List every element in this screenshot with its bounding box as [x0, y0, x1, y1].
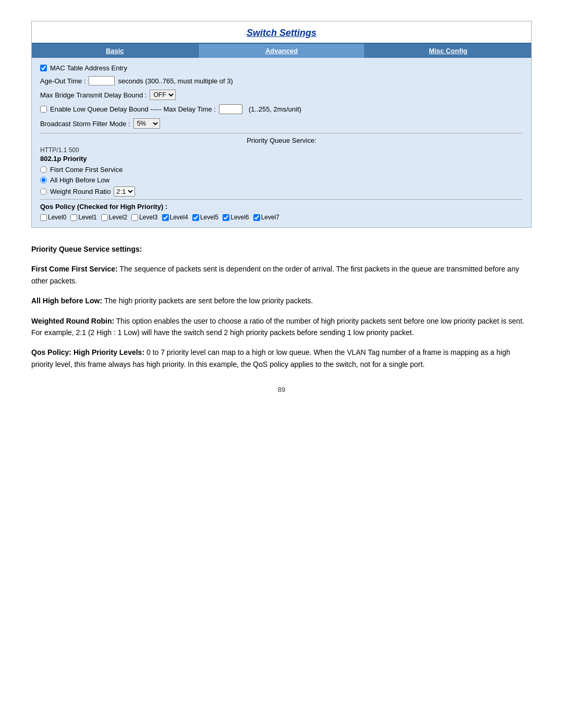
mac-table-label: MAC Table Address Entry — [50, 64, 127, 72]
age-out-row: Age-Out Time : 300 seconds (300..765, mu… — [40, 76, 523, 85]
age-out-label: Age-Out Time : — [40, 77, 85, 85]
level6-checkbox[interactable] — [223, 214, 229, 221]
level7-label: Level7 — [261, 214, 279, 221]
radio-wrr[interactable] — [40, 188, 47, 195]
divider-1 — [40, 133, 523, 133]
max-bridge-select[interactable]: OFF ON — [150, 90, 176, 100]
radio-wrr-label: Weight Round Ratio — [50, 188, 111, 195]
level2-item: Level2 — [101, 214, 127, 221]
panel-title-area: Switch Settings — [32, 21, 531, 44]
level0-label: Level0 — [48, 214, 66, 221]
desc-bold-0: First Come First Service: — [31, 265, 118, 273]
desc-para-0: First Come First Service: The sequence o… — [31, 263, 532, 287]
tab-bar: Basic Advanced Misc Config — [32, 44, 531, 58]
level3-label: Level3 — [139, 214, 157, 221]
age-out-suffix: seconds (300..765, must multiple of 3) — [118, 77, 232, 85]
desc-main-heading: Priority Queue Service settings: — [31, 245, 142, 253]
age-out-input[interactable]: 300 — [89, 76, 115, 85]
desc-bold-2: Weighted Round Robin: — [31, 317, 114, 325]
desc-para-1: All High before Low: The high priority p… — [31, 295, 532, 306]
level7-checkbox[interactable] — [253, 214, 260, 221]
radio-ahbl-row: All High Before Low — [40, 176, 523, 184]
tab-basic[interactable]: Basic — [32, 44, 199, 58]
qos-policy-row: Qos Policy (Checked for High Priority) : — [40, 199, 523, 211]
low-queue-label: Enable Low Queue Delay Bound ----- Max D… — [50, 105, 216, 113]
level0-checkbox[interactable] — [40, 214, 47, 221]
level1-label: Level1 — [78, 214, 96, 221]
desc-para-2: Weighted Round Robin: This option enable… — [31, 315, 532, 339]
radio-wrr-row: Weight Round Ratio 2:1 4:1 8:1 — [40, 187, 523, 196]
panel-title: Switch Settings — [247, 28, 316, 38]
radio-fcfs-label: Fisrt Come First Service — [50, 166, 123, 174]
qos-policy-label: Qos Policy (Checked for High Priority) : — [40, 203, 167, 211]
desc-text-1: The high priority packets are sent befor… — [102, 297, 313, 305]
level5-label: Level5 — [200, 214, 218, 221]
wrr-select[interactable]: 2:1 4:1 8:1 — [114, 187, 135, 196]
switch-settings-panel: Switch Settings Basic Advanced Misc Conf… — [31, 21, 532, 228]
broadcast-storm-select[interactable]: 5% 10% 15% OFF — [133, 118, 160, 129]
level6-label: Level6 — [230, 214, 249, 221]
low-queue-suffix: (1..255, 2ms/unit) — [249, 105, 301, 113]
low-queue-checkbox[interactable] — [40, 106, 47, 113]
level0-item: Level0 — [40, 214, 66, 221]
level4-label: Level4 — [170, 214, 188, 221]
radio-ahbl[interactable] — [40, 177, 47, 183]
page-number: 89 — [31, 386, 532, 393]
level6-item: Level6 — [223, 214, 249, 221]
priority-queue-label: Priority Queue Service: — [40, 137, 523, 144]
http-line: HTTP/1.1 500 — [40, 146, 523, 154]
radio-ahbl-label: All High Before Low — [50, 176, 109, 184]
level4-item: Level4 — [162, 214, 188, 221]
max-bridge-row: Max Bridge Transmit Delay Bound : OFF ON — [40, 90, 523, 100]
level5-checkbox[interactable] — [192, 214, 199, 221]
description-area: Priority Queue Service settings: First C… — [31, 243, 532, 370]
level4-checkbox[interactable] — [162, 214, 169, 221]
broadcast-storm-row: Broadcast Storm Filter Mode : 5% 10% 15%… — [40, 118, 523, 129]
low-queue-input[interactable]: 255 — [219, 104, 242, 114]
priority-title: 802.1p Priority — [40, 155, 523, 163]
tab-misc-config[interactable]: Misc Config — [365, 44, 531, 58]
mac-table-row: MAC Table Address Entry — [40, 64, 523, 72]
level1-checkbox[interactable] — [70, 214, 77, 221]
page-container: Switch Settings Basic Advanced Misc Conf… — [31, 21, 532, 393]
level3-item: Level3 — [131, 214, 157, 221]
level2-checkbox[interactable] — [101, 214, 108, 221]
radio-fcfs[interactable] — [40, 166, 47, 173]
level2-label: Level2 — [109, 214, 127, 221]
desc-heading-para: Priority Queue Service settings: — [31, 243, 532, 255]
desc-bold-1: All High before Low: — [31, 297, 102, 305]
radio-fcfs-row: Fisrt Come First Service — [40, 166, 523, 174]
level5-item: Level5 — [192, 214, 218, 221]
max-bridge-label: Max Bridge Transmit Delay Bound : — [40, 91, 146, 99]
tab-advanced[interactable]: Advanced — [199, 44, 365, 58]
low-queue-row: Enable Low Queue Delay Bound ----- Max D… — [40, 104, 523, 114]
panel-body: MAC Table Address Entry Age-Out Time : 3… — [32, 58, 531, 227]
level7-item: Level7 — [253, 214, 279, 221]
desc-bold-3: Qos Policy: High Priority Levels: — [31, 348, 144, 356]
level1-item: Level1 — [70, 214, 96, 221]
desc-para-3: Qos Policy: High Priority Levels: 0 to 7… — [31, 347, 532, 370]
levels-row: Level0 Level1 Level2 Level3 Level4 — [40, 214, 523, 221]
broadcast-storm-label: Broadcast Storm Filter Mode : — [40, 120, 130, 128]
mac-table-checkbox[interactable] — [40, 65, 47, 71]
level3-checkbox[interactable] — [131, 214, 138, 221]
